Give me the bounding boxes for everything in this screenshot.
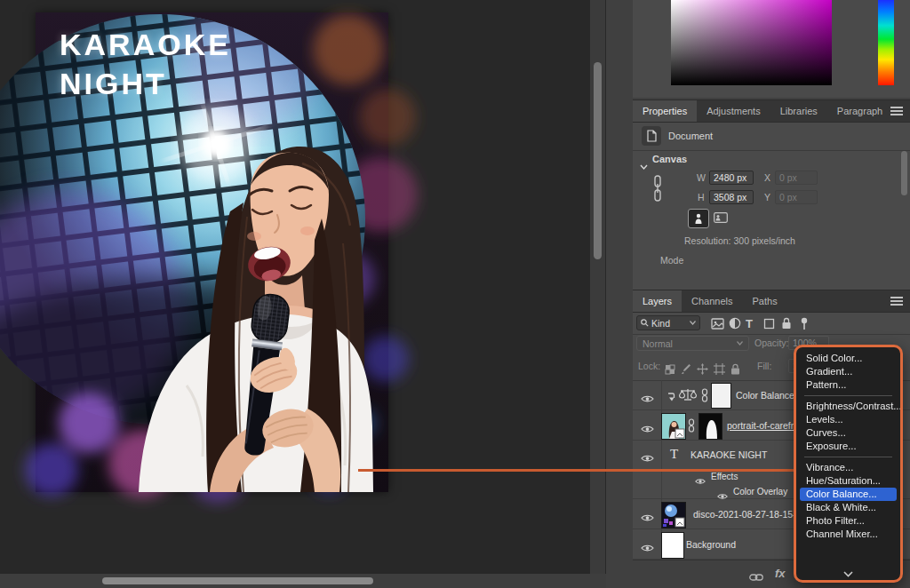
lock-artboard-icon[interactable] bbox=[714, 362, 725, 374]
menu-item-pattern[interactable]: Pattern... bbox=[796, 378, 900, 392]
link-dimensions-icon[interactable] bbox=[652, 174, 663, 206]
tab-channels[interactable]: Channels bbox=[682, 290, 742, 312]
filter-adjustment-layers-icon[interactable] bbox=[729, 317, 742, 330]
tab-paragraph[interactable]: Paragraph bbox=[827, 100, 892, 122]
layer-name[interactable]: Background bbox=[686, 539, 736, 550]
poster-title-line1: KARAOKE bbox=[60, 25, 231, 64]
menu-item-solid-color[interactable]: Solid Color... bbox=[796, 352, 900, 365]
effects-label[interactable]: Effects bbox=[711, 472, 738, 481]
width-field[interactable]: 2480 px bbox=[709, 171, 754, 185]
poster-title-line2: NIGHT bbox=[60, 64, 231, 103]
fill-label: Fill: bbox=[757, 361, 771, 371]
menu-item-black-white[interactable]: Black & White... bbox=[796, 501, 900, 514]
blend-mode-dropdown[interactable]: Normal bbox=[636, 336, 749, 351]
visibility-eye-icon[interactable] bbox=[641, 540, 654, 549]
layer-filter-kind-dropdown[interactable]: Kind bbox=[636, 315, 700, 330]
menu-item-photo-filter[interactable]: Photo Filter... bbox=[796, 514, 900, 528]
layer-thumbnail[interactable] bbox=[661, 532, 684, 559]
properties-panel: Document Canvas W 2480 px X 0 px H 3508 … bbox=[633, 123, 910, 290]
document-label: Document bbox=[668, 131, 713, 141]
opacity-label: Opacity: bbox=[754, 338, 789, 348]
layer-name[interactable]: KARAOKE NIGHT bbox=[690, 449, 767, 460]
adjustment-layer-menu: Solid Color...Gradient...Pattern...Brigh… bbox=[794, 345, 903, 583]
orientation-landscape-button[interactable] bbox=[711, 209, 730, 226]
filter-smart-object-lock-icon[interactable] bbox=[781, 317, 794, 330]
layer-effects-fx-icon[interactable]: fx bbox=[775, 567, 786, 580]
lock-image-brush-icon[interactable] bbox=[681, 362, 692, 374]
document-canvas-area[interactable]: KARAOKE NIGHT bbox=[0, 0, 606, 588]
visibility-eye-icon[interactable] bbox=[641, 510, 654, 519]
menu-item-exposure[interactable]: Exposure... bbox=[796, 440, 900, 453]
chevron-down-icon bbox=[690, 321, 696, 325]
resolution-label: Resolution: 300 pixels/inch bbox=[684, 235, 795, 246]
y-field[interactable]: 0 px bbox=[775, 190, 818, 204]
annotation-callout-line bbox=[358, 469, 795, 472]
height-label: H bbox=[698, 192, 705, 203]
properties-scrollbar-thumb[interactable] bbox=[901, 151, 907, 195]
menu-separator bbox=[804, 395, 892, 396]
poster-document[interactable]: KARAOKE NIGHT bbox=[36, 12, 388, 492]
canvas-vertical-scrollbar[interactable] bbox=[590, 0, 605, 574]
color-overlay-label[interactable]: Color Overlay bbox=[733, 487, 787, 497]
clipping-mask-arrow-icon bbox=[667, 390, 675, 406]
y-label: Y bbox=[764, 192, 770, 203]
layer-filter-kind-label: Kind bbox=[651, 318, 670, 329]
menu-item-gradient[interactable]: Gradient... bbox=[796, 365, 900, 378]
lock-label: Lock: bbox=[638, 361, 660, 371]
width-label: W bbox=[697, 172, 706, 183]
x-field[interactable]: 0 px bbox=[775, 171, 818, 185]
tab-adjustments[interactable]: Adjustments bbox=[697, 100, 770, 122]
menu-item-vibrance[interactable]: Vibrance... bbox=[796, 461, 900, 474]
menu-item-levels[interactable]: Levels... bbox=[796, 413, 900, 426]
layer-thumbnail[interactable] bbox=[661, 413, 686, 440]
canvas-horizontal-scrollbar[interactable] bbox=[0, 574, 606, 588]
visibility-eye-icon[interactable] bbox=[641, 391, 654, 400]
layers-panel-menu-icon[interactable] bbox=[890, 297, 903, 306]
tab-paths[interactable]: Paths bbox=[743, 290, 787, 312]
layer-mask-thumbnail[interactable] bbox=[698, 413, 722, 440]
tab-libraries[interactable]: Libraries bbox=[770, 100, 827, 122]
filter-shape-layers-icon[interactable] bbox=[763, 317, 777, 330]
poster-title: KARAOKE NIGHT bbox=[60, 25, 231, 103]
tab-properties[interactable]: Properties bbox=[633, 100, 697, 122]
tab-layers[interactable]: Layers bbox=[633, 290, 682, 312]
menu-item-curves[interactable]: Curves... bbox=[796, 426, 900, 440]
document-icon bbox=[642, 126, 661, 146]
layer-mask-thumbnail[interactable] bbox=[711, 383, 731, 409]
menu-item-channel-mixer[interactable]: Channel Mixer... bbox=[796, 528, 900, 541]
mask-link-icon bbox=[701, 388, 708, 406]
visibility-eye-icon[interactable] bbox=[641, 450, 654, 459]
color-saturation-brightness-picker[interactable] bbox=[671, 0, 832, 85]
canvas-vertical-scrollbar-thumb[interactable] bbox=[594, 62, 602, 259]
layer-thumbnail[interactable] bbox=[661, 502, 686, 528]
menu-item-hue-saturation[interactable]: Hue/Saturation... bbox=[796, 474, 900, 488]
color-balance-scales-icon bbox=[679, 388, 697, 405]
hue-slider[interactable] bbox=[878, 0, 894, 85]
menu-item-brightness-contrast[interactable]: Brightness/Contrast... bbox=[796, 400, 900, 413]
canvas-section-title[interactable]: Canvas bbox=[652, 154, 687, 164]
filter-pixel-layers-icon[interactable] bbox=[711, 317, 724, 330]
mode-label: Mode bbox=[660, 255, 683, 266]
layer-name[interactable]: Color Balance 1 bbox=[736, 390, 802, 401]
lock-all-icon[interactable] bbox=[730, 362, 742, 374]
lock-position-move-icon[interactable] bbox=[697, 362, 708, 374]
visibility-eye-icon[interactable] bbox=[641, 421, 654, 430]
menu-item-color-balance[interactable]: Color Balance... bbox=[800, 488, 897, 501]
properties-panel-menu-icon[interactable] bbox=[890, 107, 903, 116]
properties-tabbar: Properties Adjustments Libraries Paragra… bbox=[633, 99, 910, 123]
mask-link-icon bbox=[688, 418, 695, 436]
height-field[interactable]: 3508 px bbox=[709, 190, 754, 204]
visibility-eye-icon[interactable] bbox=[717, 488, 728, 497]
lock-transparency-icon[interactable] bbox=[665, 362, 676, 374]
filter-toggle-pin-icon[interactable] bbox=[800, 317, 813, 330]
visibility-eye-icon[interactable] bbox=[695, 473, 706, 481]
canvas-horizontal-scrollbar-thumb[interactable] bbox=[102, 577, 373, 584]
filter-type-layers-icon[interactable]: T bbox=[746, 317, 759, 330]
photoshop-window: KARAOKE NIGHT Properties Adjustments Lib… bbox=[0, 0, 910, 588]
search-icon bbox=[641, 319, 649, 327]
orientation-portrait-button[interactable] bbox=[688, 209, 709, 228]
canvas-section-chevron-icon[interactable] bbox=[640, 157, 648, 173]
menu-scroll-down-icon[interactable] bbox=[796, 571, 900, 577]
adjustment-menu-items: Solid Color...Gradient...Pattern...Brigh… bbox=[796, 352, 900, 541]
link-layers-icon[interactable] bbox=[749, 569, 763, 585]
